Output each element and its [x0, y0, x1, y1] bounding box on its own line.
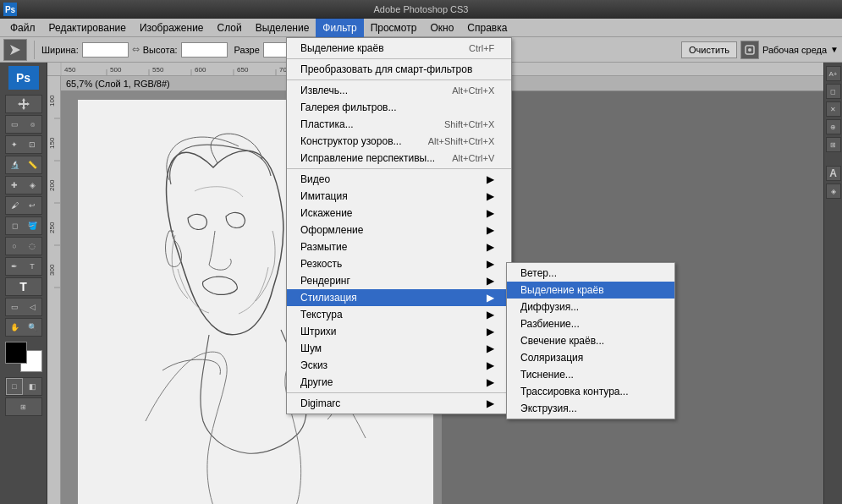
- color-swatches: [5, 342, 42, 372]
- filter-item-liquify[interactable]: Пластика... Shift+Ctrl+X: [287, 116, 511, 133]
- options-icon[interactable]: [740, 41, 759, 59]
- tool-rect-select[interactable]: ▭: [6, 116, 23, 133]
- standard-mode[interactable]: □: [6, 378, 23, 395]
- filter-item-stylize[interactable]: Стилизация ▶: [287, 289, 511, 306]
- filter-item-pattern[interactable]: Конструктор узоров... Alt+Shift+Ctrl+X: [287, 133, 511, 150]
- quick-mask[interactable]: ◧: [24, 378, 41, 395]
- filter-item-noise[interactable]: Шум ▶: [287, 340, 511, 357]
- history-icon[interactable]: ↩: [24, 197, 41, 214]
- right-tool-4[interactable]: ⊕: [826, 119, 841, 134]
- svg-text:650: 650: [237, 66, 249, 74]
- tool-hand[interactable]: ✋ 🔍: [5, 318, 42, 337]
- filter-item-imitation[interactable]: Имитация ▶: [287, 188, 511, 205]
- tool-dodge[interactable]: ○ ◌: [5, 237, 42, 255]
- eyedropper-icon[interactable]: 🔬: [6, 156, 23, 173]
- brush-icon[interactable]: 🖌: [6, 197, 23, 214]
- filter-item-texture[interactable]: Текстура ▶: [287, 306, 511, 323]
- tool-icon[interactable]: [3, 39, 27, 61]
- menu-image[interactable]: Изображение: [133, 19, 211, 37]
- menu-view[interactable]: Просмотр: [364, 19, 424, 37]
- filter-item-extract[interactable]: Извлечь... Alt+Ctrl+X: [287, 82, 511, 99]
- tool-crop[interactable]: ⊡: [24, 136, 41, 153]
- menu-edit[interactable]: Редактирование: [42, 19, 133, 37]
- stylize-item-wind[interactable]: Ветер...: [507, 265, 674, 282]
- shape-icon[interactable]: ▭: [6, 299, 23, 315]
- measure-icon[interactable]: 📏: [24, 156, 41, 173]
- stylize-item-tiles[interactable]: Разбиение...: [507, 315, 674, 332]
- menu-file[interactable]: Файл: [3, 19, 42, 37]
- filter-item-sketch[interactable]: Эскиз ▶: [287, 357, 511, 374]
- filter-item-video[interactable]: Видео ▶: [287, 171, 511, 188]
- tool-move[interactable]: [5, 95, 42, 113]
- menu-filter[interactable]: Фильтр: [316, 19, 363, 37]
- stylize-item-find-edges[interactable]: Выделение краёв: [507, 282, 674, 299]
- fill-icon[interactable]: 🪣: [24, 217, 41, 234]
- tool-selection[interactable]: ▭ ⌾: [5, 115, 42, 134]
- menu-layer[interactable]: Слой: [211, 19, 249, 37]
- tool-magic-wand[interactable]: ✦: [6, 136, 23, 153]
- stylize-item-trace-contour[interactable]: Трассировка контура...: [507, 383, 674, 400]
- stylize-item-diffuse[interactable]: Диффузия...: [507, 299, 674, 315]
- filter-sep-1: [287, 58, 511, 59]
- tool-eraser[interactable]: ◻ 🪣: [5, 216, 42, 235]
- zoom-icon[interactable]: 🔍: [24, 319, 41, 336]
- filter-sep-2: [287, 79, 511, 80]
- filter-item-smart-filters[interactable]: Преобразовать для смарт-фильтров: [287, 61, 511, 78]
- stylize-item-glowing-edges[interactable]: Свечение краёв...: [507, 332, 674, 349]
- stylize-submenu: Ветер... Выделение краёв Диффузия... Раз…: [506, 262, 675, 419]
- tool-heal[interactable]: ✚ ◈: [5, 176, 42, 194]
- filter-item-other[interactable]: Другие ▶: [287, 374, 511, 391]
- right-tool-2[interactable]: ◻: [826, 84, 841, 99]
- right-tool-5[interactable]: ⊞: [826, 137, 841, 152]
- text-path-icon[interactable]: T: [24, 258, 41, 275]
- stylize-item-solarize[interactable]: Соляризация: [507, 349, 674, 366]
- right-tool-3[interactable]: ✕: [826, 101, 841, 117]
- filter-item-strokes[interactable]: Штрихи ▶: [287, 323, 511, 340]
- svg-marker-0: [10, 45, 20, 55]
- blur-icon[interactable]: ◌: [24, 238, 41, 255]
- toolbar-right: Очистить Рабочая среда ▼: [681, 41, 839, 59]
- stylize-item-extrude[interactable]: Экструзия...: [507, 400, 674, 417]
- filter-item-design[interactable]: Оформление ▶: [287, 222, 511, 238]
- tool-pen[interactable]: ✒ T: [5, 257, 42, 276]
- filter-item-sharpen[interactable]: Резкость ▶: [287, 255, 511, 272]
- clear-button[interactable]: Очистить: [681, 41, 737, 58]
- menu-select[interactable]: Выделение: [249, 19, 316, 37]
- svg-text:450: 450: [64, 66, 76, 74]
- filter-item-highlight-edges-top[interactable]: Выделение краёв Ctrl+F: [287, 40, 511, 57]
- menu-window[interactable]: Окно: [423, 19, 460, 37]
- filter-item-render[interactable]: Рендеринг ▶: [287, 272, 511, 289]
- right-tool-6[interactable]: ◈: [826, 184, 841, 199]
- tool-lasso[interactable]: ⌾: [24, 116, 41, 133]
- menu-bar: Файл Редактирование Изображение Слой Выд…: [0, 19, 842, 37]
- width-input[interactable]: [82, 42, 129, 58]
- path-select-icon[interactable]: ◁: [24, 299, 41, 315]
- right-tool-A[interactable]: A: [826, 166, 841, 181]
- tool-brush[interactable]: 🖌 ↩: [5, 196, 42, 215]
- pen-icon[interactable]: ✒: [6, 258, 23, 275]
- title-bar: Ps Adobe Photoshop CS3: [0, 0, 842, 19]
- filter-item-gallery[interactable]: Галерея фильтров...: [287, 99, 511, 116]
- right-tool-1[interactable]: A+: [826, 66, 841, 81]
- foreground-color[interactable]: [5, 342, 27, 364]
- tool-text[interactable]: T: [5, 277, 42, 296]
- screen-mode[interactable]: ⊞: [5, 397, 42, 416]
- mode-buttons[interactable]: □ ◧: [5, 377, 42, 396]
- filter-item-digimarc[interactable]: Digimarc ▶: [287, 395, 511, 412]
- stamp-icon[interactable]: ◈: [24, 177, 41, 194]
- eraser-icon[interactable]: ◻: [6, 217, 23, 234]
- tool-magic[interactable]: ✦ ⊡: [5, 135, 42, 154]
- height-input[interactable]: [181, 42, 228, 58]
- tool-eyedropper[interactable]: 🔬 📏: [5, 156, 42, 174]
- filter-item-perspective[interactable]: Исправление перспективы... Alt+Ctrl+V: [287, 150, 511, 167]
- height-label: Высота:: [143, 45, 178, 55]
- filter-item-blur[interactable]: Размытие ▶: [287, 238, 511, 255]
- dodge-icon[interactable]: ○: [6, 238, 23, 255]
- app-logo-small: Ps: [3, 3, 17, 16]
- stylize-item-emboss[interactable]: Тиснение...: [507, 366, 674, 383]
- heal-icon[interactable]: ✚: [6, 177, 23, 194]
- menu-help[interactable]: Справка: [460, 19, 514, 37]
- hand-icon[interactable]: ✋: [6, 319, 23, 336]
- filter-item-distort[interactable]: Искажение ▶: [287, 205, 511, 222]
- tool-shape[interactable]: ▭ ◁: [5, 298, 42, 316]
